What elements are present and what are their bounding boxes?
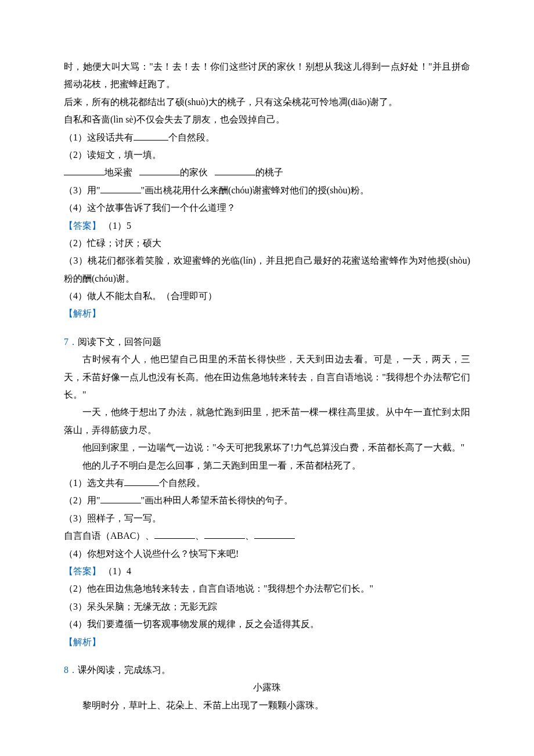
q6-sub2-a: 地采蜜 (104, 167, 132, 177)
blank-field[interactable] (134, 131, 168, 141)
q7-answer-2: （2）他在田边焦急地转来转去，自言自语地说："我得想个办法帮它们长。" (64, 580, 470, 597)
q7-answer-1-text: （1）4 (103, 566, 131, 576)
q7-paragraph-1: 古时候有个人，他巴望自己田里的禾苗长得快些，天天到田边去看。可是，一天，两天，三… (64, 351, 470, 404)
q7-sub3-example: 自言自语（ABAC）、 (64, 531, 154, 541)
q6-sub3: （3）用""画出桃花用什么来酬(chóu)谢蜜蜂对他们的授(shòu)粉。 (64, 182, 470, 199)
q7-sub2-text-a: （2）用" (64, 495, 100, 505)
q7-paragraph-3: 他回到家里，一边喘气一边说："今天可把我累坏了!力气总算没白费，禾苗都长高了一大… (64, 439, 470, 456)
q7-sub2: （2）用""画出种田人希望禾苗长得快的句子。 (64, 492, 470, 509)
q6-analysis: 【解析】 (64, 305, 470, 322)
q7-paragraph-4: 他的儿子不明白是怎么回事，第二天跑到田里一看，禾苗都枯死了。 (64, 457, 470, 474)
blank-field[interactable] (139, 165, 180, 175)
document-page: 时，她便大叫大骂："去！去！去！你们这些讨厌的家伙！别想从我这儿得到一点好处！"… (0, 0, 534, 756)
q6-sub4: （4）这个故事告诉了我们一个什么道理？ (64, 199, 470, 217)
q6-paragraph-1: 时，她便大叫大骂："去！去！去！你们这些讨厌的家伙！别想从我这儿得到一点好处！"… (64, 58, 470, 93)
q7-sub1-text-b: 个自然段。 (159, 478, 205, 488)
blank-field[interactable] (64, 165, 104, 175)
q6-sub1-text-a: （1）这段话共有 (64, 132, 134, 142)
q6-sub2-fill: 地采蜜 的家伙 的桃子 (64, 164, 470, 181)
q6-sub2: （2）读短文，填一填。 (64, 146, 470, 164)
q7-paragraph-2: 一天，他终于想出了办法，就急忙跑到田里，把禾苗一棵一棵往高里拔。从中午一直忙到太… (64, 404, 470, 439)
q7-answer-1: 【答案】 （1）4 (64, 563, 470, 580)
q6-sub2-b: 的家伙 (180, 167, 208, 177)
q6-answer-3: （3）桃花们都张着笑脸，欢迎蜜蜂的光临(lín)，并且把自己最好的花蜜送给蜜蜂作… (64, 252, 470, 287)
q7-sub3-fill: 自言自语（ABAC）、、、 (64, 527, 470, 545)
analysis-label: 【解析】 (64, 308, 101, 318)
blank-field[interactable] (100, 494, 141, 503)
q6-sub1: （1）这段话共有个自然段。 (64, 129, 470, 146)
q6-sub1-text-b: 个自然段。 (168, 132, 215, 142)
q6-paragraph-3: 自私和吝啬(lìn sè)不仅会失去了朋友，也会毁掉自己。 (64, 111, 470, 128)
blank-field[interactable] (154, 529, 195, 539)
blank-field[interactable] (100, 183, 141, 193)
q7-header: 7．阅读下文，回答问题 (64, 333, 470, 351)
q7-sub1: （1）选文共有个自然段。 (64, 474, 470, 492)
q6-sub2-c: 的桃子 (255, 167, 283, 177)
q6-answer-4: （4）做人不能太自私。（合理即可） (64, 287, 470, 305)
spacer (64, 651, 470, 661)
analysis-label: 【解析】 (64, 637, 101, 647)
q7-sub2-text-b: "画出种田人希望禾苗长得快的句子。 (141, 495, 294, 505)
q7-sub3: （3）照样子，写一写。 (64, 510, 470, 527)
q8-title: 课外阅读，完成练习。 (78, 665, 171, 675)
q6-answer-1-text: （1）5 (103, 221, 131, 231)
q7-answer-3: （3）呆头呆脑；无缘无故；无影无踪 (64, 598, 470, 615)
q6-sub3-text-a: （3）用" (64, 185, 100, 195)
q7-title: 阅读下文，回答问题 (78, 337, 161, 347)
separator: 、 (245, 531, 254, 541)
q7-analysis: 【解析】 (64, 633, 470, 651)
q6-sub3-text-b: "画出桃花用什么来酬(chóu)谢蜜蜂对他们的授(shòu)粉。 (141, 185, 369, 195)
blank-field[interactable] (204, 529, 245, 539)
answer-label: 【答案】 (64, 566, 101, 576)
q8-header: 8．课外阅读，完成练习。 (64, 661, 470, 679)
q8-story-title: 小露珠 (64, 679, 470, 696)
blank-field[interactable] (254, 529, 295, 539)
blank-field[interactable] (124, 476, 159, 486)
q8-paragraph-1: 黎明时分，草叶上、花朵上、禾苗上出现了一颗颗小露珠。 (64, 697, 470, 714)
question-number: 7． (64, 337, 78, 347)
q6-answer-1: 【答案】 （1）5 (64, 217, 470, 235)
q7-answer-4: （4）我们要遵循一切客观事物发展的规律，反之会适得其反。 (64, 615, 470, 633)
separator: 、 (195, 531, 204, 541)
q6-paragraph-2: 后来，所有的桃花都结出了硕(shuò)大的桃子，只有这朵桃花可怜地凋(diāo)… (64, 93, 470, 111)
q7-sub4: （4）你想对这个人说些什么？快写下来吧! (64, 545, 470, 563)
blank-field[interactable] (215, 165, 255, 175)
question-number: 8． (64, 665, 78, 675)
spacer (64, 323, 470, 333)
q6-answer-2: （2）忙碌；讨厌；硕大 (64, 235, 470, 252)
answer-label: 【答案】 (64, 221, 101, 231)
q7-sub1-text-a: （1）选文共有 (64, 478, 124, 488)
